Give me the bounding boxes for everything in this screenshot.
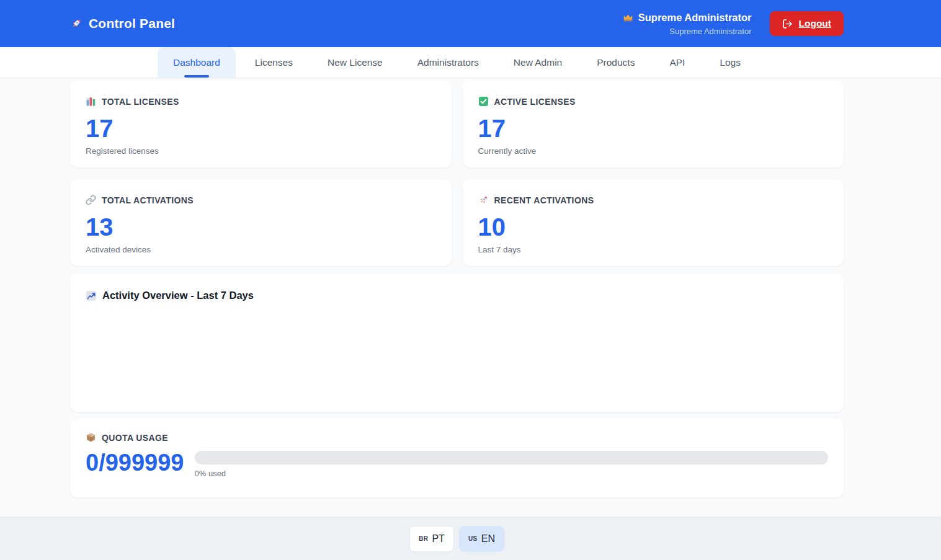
chart-area [86, 301, 828, 394]
crown-icon [623, 12, 633, 23]
page-title: Control Panel [89, 16, 175, 31]
user-info: Supreme Administrator Supreme Administra… [623, 12, 752, 36]
tab-new-admin[interactable]: New Admin [498, 47, 578, 78]
stat-subtitle: Activated devices [86, 245, 436, 254]
user-role: Supreme Administrator [623, 27, 752, 36]
stat-card-total-activations: TOTAL ACTIVATIONS 13 Activated devices [70, 179, 452, 266]
chart-title: Activity Overview - Last 7 Days [102, 290, 254, 301]
logout-label: Logout [798, 18, 831, 29]
stat-title: TOTAL ACTIVATIONS [102, 195, 194, 205]
dashboard-content: TOTAL LICENSES 17 Registered licenses AC… [70, 78, 844, 517]
bar-chart-icon [86, 96, 96, 107]
nav-tabs: Dashboard Licenses New License Administr… [0, 47, 941, 78]
stat-subtitle: Last 7 days [478, 245, 829, 254]
chart-increasing-icon [86, 290, 97, 301]
stat-card-total-licenses: TOTAL LICENSES 17 Registered licenses [70, 81, 452, 167]
stat-title: ACTIVE LICENSES [494, 97, 576, 107]
tab-logs[interactable]: Logs [704, 47, 756, 78]
tab-api[interactable]: API [654, 47, 700, 78]
stat-value: 10 [478, 215, 829, 239]
check-icon [478, 96, 489, 107]
language-label-pt: PT [432, 533, 444, 544]
footer: BR PT US EN [0, 517, 941, 560]
stat-value: 17 [86, 116, 436, 141]
stat-value: 13 [86, 215, 436, 239]
logout-button[interactable]: Logout [770, 11, 844, 36]
logout-icon [782, 19, 793, 29]
brazil-flag-icon: BR [419, 535, 428, 542]
quota-title: QUOTA USAGE [102, 433, 168, 443]
stat-title: RECENT ACTIVATIONS [494, 195, 594, 205]
brand: Control Panel [70, 16, 175, 31]
tab-dashboard[interactable]: Dashboard [158, 47, 236, 78]
language-button-en[interactable]: US EN [459, 526, 504, 552]
activity-overview-card: Activity Overview - Last 7 Days [70, 274, 844, 412]
rocket-icon [70, 17, 83, 30]
stat-card-active-licenses: ACTIVE LICENSES 17 Currently active [463, 81, 844, 167]
stat-subtitle: Registered licenses [86, 146, 436, 156]
stat-subtitle: Currently active [478, 146, 829, 156]
link-icon [86, 195, 96, 205]
quota-percent-label: 0% used [195, 469, 829, 478]
quota-value: 0/999999 [86, 450, 184, 477]
stat-card-recent-activations: RECENT ACTIVATIONS 10 Last 7 days [463, 179, 844, 266]
quota-usage-card: QUOTA USAGE 0/999999 0% used [70, 419, 844, 497]
package-icon [86, 432, 96, 443]
rocket-icon [478, 195, 489, 205]
us-flag-icon: US [468, 535, 478, 542]
language-button-pt[interactable]: BR PT [409, 526, 454, 552]
app-header: Control Panel Supreme Administrator Supr… [0, 0, 941, 47]
language-label-en: EN [481, 533, 495, 544]
user-name: Supreme Administrator [638, 12, 752, 24]
tab-licenses[interactable]: Licenses [239, 47, 308, 78]
tab-administrators[interactable]: Administrators [402, 47, 494, 78]
stat-value: 17 [478, 116, 829, 141]
stat-title: TOTAL LICENSES [102, 97, 179, 107]
quota-progress-bar [195, 451, 829, 464]
tab-new-license[interactable]: New License [312, 47, 398, 78]
tab-products[interactable]: Products [581, 47, 650, 78]
